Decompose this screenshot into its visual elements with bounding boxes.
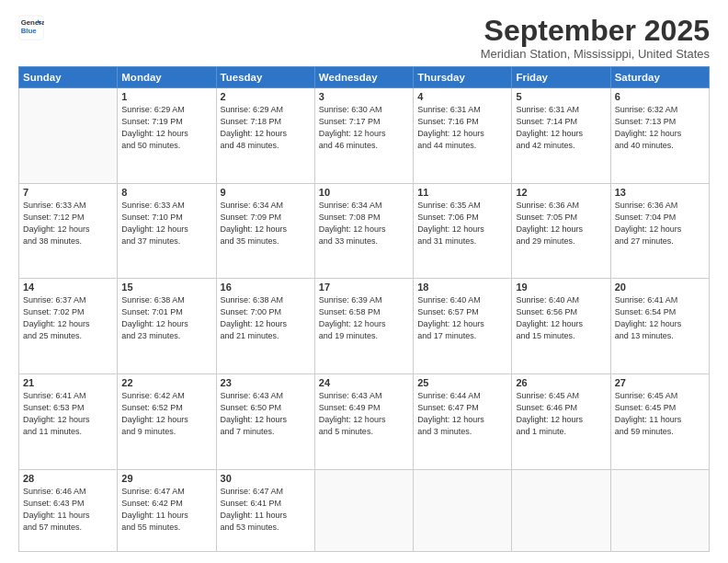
day-info: Sunrise: 6:36 AM Sunset: 7:05 PM Dayligh… — [516, 200, 606, 247]
day-info: Sunrise: 6:39 AM Sunset: 6:58 PM Dayligh… — [319, 294, 409, 342]
svg-text:Blue: Blue — [21, 27, 38, 35]
day-info: Sunrise: 6:46 AM Sunset: 6:43 PM Dayligh… — [23, 486, 113, 534]
calendar-cell: 1Sunrise: 6:29 AM Sunset: 7:19 PM Daylig… — [118, 88, 216, 184]
day-info: Sunrise: 6:38 AM Sunset: 7:00 PM Dayligh… — [221, 294, 311, 342]
day-number: 14 — [23, 282, 113, 293]
calendar-cell: 18Sunrise: 6:40 AM Sunset: 6:57 PM Dayli… — [414, 279, 512, 374]
header-thursday: Thursday — [414, 67, 512, 88]
day-number: 12 — [516, 187, 606, 198]
day-number: 17 — [319, 282, 409, 293]
calendar-cell: 5Sunrise: 6:31 AM Sunset: 7:14 PM Daylig… — [512, 88, 610, 184]
day-info: Sunrise: 6:31 AM Sunset: 7:16 PM Dayligh… — [417, 104, 507, 152]
calendar-cell: 20Sunrise: 6:41 AM Sunset: 6:54 PM Dayli… — [610, 279, 709, 374]
day-info: Sunrise: 6:41 AM Sunset: 6:54 PM Dayligh… — [615, 294, 705, 342]
calendar-cell — [512, 469, 610, 552]
day-number: 26 — [516, 377, 606, 388]
calendar-cell: 29Sunrise: 6:47 AM Sunset: 6:42 PM Dayli… — [118, 469, 216, 552]
calendar-cell — [610, 469, 709, 552]
day-number: 21 — [23, 377, 113, 388]
calendar-cell: 6Sunrise: 6:32 AM Sunset: 7:13 PM Daylig… — [610, 88, 709, 184]
calendar-cell — [19, 88, 118, 184]
day-info: Sunrise: 6:43 AM Sunset: 6:49 PM Dayligh… — [319, 390, 409, 438]
day-number: 13 — [615, 187, 705, 198]
day-number: 16 — [221, 282, 311, 293]
day-info: Sunrise: 6:34 AM Sunset: 7:08 PM Dayligh… — [319, 200, 409, 247]
header-tuesday: Tuesday — [216, 67, 314, 88]
day-number: 11 — [417, 187, 507, 198]
day-info: Sunrise: 6:35 AM Sunset: 7:06 PM Dayligh… — [417, 200, 507, 247]
calendar-cell: 17Sunrise: 6:39 AM Sunset: 6:58 PM Dayli… — [314, 279, 413, 374]
day-number: 24 — [319, 377, 409, 388]
calendar-cell: 19Sunrise: 6:40 AM Sunset: 6:56 PM Dayli… — [512, 279, 610, 374]
day-info: Sunrise: 6:33 AM Sunset: 7:10 PM Dayligh… — [121, 200, 211, 247]
day-info: Sunrise: 6:38 AM Sunset: 7:01 PM Dayligh… — [121, 294, 211, 342]
day-number: 15 — [121, 282, 211, 293]
day-number: 8 — [121, 187, 211, 198]
calendar-cell: 16Sunrise: 6:38 AM Sunset: 7:00 PM Dayli… — [216, 279, 314, 374]
calendar-cell — [314, 469, 413, 552]
day-number: 1 — [121, 91, 211, 102]
day-number: 19 — [516, 282, 606, 293]
day-info: Sunrise: 6:29 AM Sunset: 7:18 PM Dayligh… — [221, 104, 311, 152]
calendar-cell: 9Sunrise: 6:34 AM Sunset: 7:09 PM Daylig… — [216, 183, 314, 279]
title-block: September 2025 Meridian Station, Mississ… — [481, 15, 710, 61]
location: Meridian Station, Mississippi, United St… — [481, 47, 710, 61]
calendar-cell: 10Sunrise: 6:34 AM Sunset: 7:08 PM Dayli… — [314, 183, 413, 279]
calendar-cell: 21Sunrise: 6:41 AM Sunset: 6:53 PM Dayli… — [19, 373, 118, 469]
calendar-cell: 12Sunrise: 6:36 AM Sunset: 7:05 PM Dayli… — [512, 183, 610, 279]
day-info: Sunrise: 6:40 AM Sunset: 6:56 PM Dayligh… — [516, 294, 606, 342]
day-number: 10 — [319, 187, 409, 198]
day-info: Sunrise: 6:47 AM Sunset: 6:41 PM Dayligh… — [221, 486, 311, 534]
day-info: Sunrise: 6:41 AM Sunset: 6:53 PM Dayligh… — [23, 390, 113, 438]
day-info: Sunrise: 6:30 AM Sunset: 7:17 PM Dayligh… — [319, 104, 409, 152]
weekday-header-row: Sunday Monday Tuesday Wednesday Thursday… — [19, 67, 710, 88]
day-info: Sunrise: 6:45 AM Sunset: 6:45 PM Dayligh… — [615, 390, 705, 438]
day-info: Sunrise: 6:45 AM Sunset: 6:46 PM Dayligh… — [516, 390, 606, 438]
calendar-cell: 2Sunrise: 6:29 AM Sunset: 7:18 PM Daylig… — [216, 88, 314, 184]
page: General Blue September 2025 Meridian Sta… — [0, 0, 728, 563]
calendar-cell: 11Sunrise: 6:35 AM Sunset: 7:06 PM Dayli… — [414, 183, 512, 279]
logo-icon: General Blue — [18, 15, 44, 40]
calendar-cell — [414, 469, 512, 552]
calendar-cell: 27Sunrise: 6:45 AM Sunset: 6:45 PM Dayli… — [610, 373, 709, 469]
day-info: Sunrise: 6:29 AM Sunset: 7:19 PM Dayligh… — [121, 104, 211, 152]
day-number: 23 — [221, 377, 311, 388]
day-info: Sunrise: 6:40 AM Sunset: 6:57 PM Dayligh… — [417, 294, 507, 342]
calendar-cell: 14Sunrise: 6:37 AM Sunset: 7:02 PM Dayli… — [19, 279, 118, 374]
day-number: 27 — [615, 377, 705, 388]
header-monday: Monday — [118, 67, 216, 88]
day-number: 29 — [121, 473, 211, 484]
calendar-cell: 23Sunrise: 6:43 AM Sunset: 6:50 PM Dayli… — [216, 373, 314, 469]
calendar-cell: 22Sunrise: 6:42 AM Sunset: 6:52 PM Dayli… — [118, 373, 216, 469]
logo: General Blue — [18, 15, 44, 40]
calendar-table: Sunday Monday Tuesday Wednesday Thursday… — [18, 66, 710, 552]
header: General Blue September 2025 Meridian Sta… — [18, 15, 710, 61]
day-number: 2 — [221, 91, 311, 102]
day-number: 20 — [615, 282, 705, 293]
day-number: 30 — [221, 473, 311, 484]
day-info: Sunrise: 6:34 AM Sunset: 7:09 PM Dayligh… — [221, 200, 311, 247]
calendar-cell: 4Sunrise: 6:31 AM Sunset: 7:16 PM Daylig… — [414, 88, 512, 184]
day-number: 9 — [221, 187, 311, 198]
header-friday: Friday — [512, 67, 610, 88]
day-number: 6 — [615, 91, 705, 102]
day-info: Sunrise: 6:31 AM Sunset: 7:14 PM Dayligh… — [516, 104, 606, 152]
day-info: Sunrise: 6:47 AM Sunset: 6:42 PM Dayligh… — [121, 486, 211, 534]
calendar-cell: 30Sunrise: 6:47 AM Sunset: 6:41 PM Dayli… — [216, 469, 314, 552]
day-info: Sunrise: 6:42 AM Sunset: 6:52 PM Dayligh… — [121, 390, 211, 438]
day-number: 25 — [417, 377, 507, 388]
day-number: 5 — [516, 91, 606, 102]
day-number: 18 — [417, 282, 507, 293]
header-sunday: Sunday — [19, 67, 118, 88]
day-info: Sunrise: 6:43 AM Sunset: 6:50 PM Dayligh… — [221, 390, 311, 438]
calendar-cell: 26Sunrise: 6:45 AM Sunset: 6:46 PM Dayli… — [512, 373, 610, 469]
calendar-cell: 25Sunrise: 6:44 AM Sunset: 6:47 PM Dayli… — [414, 373, 512, 469]
day-info: Sunrise: 6:33 AM Sunset: 7:12 PM Dayligh… — [23, 200, 113, 247]
calendar-cell: 15Sunrise: 6:38 AM Sunset: 7:01 PM Dayli… — [118, 279, 216, 374]
month-title: September 2025 — [481, 15, 710, 47]
day-number: 4 — [417, 91, 507, 102]
day-info: Sunrise: 6:36 AM Sunset: 7:04 PM Dayligh… — [615, 200, 705, 247]
calendar-cell: 28Sunrise: 6:46 AM Sunset: 6:43 PM Dayli… — [19, 469, 118, 552]
day-number: 22 — [121, 377, 211, 388]
calendar-cell: 24Sunrise: 6:43 AM Sunset: 6:49 PM Dayli… — [314, 373, 413, 469]
